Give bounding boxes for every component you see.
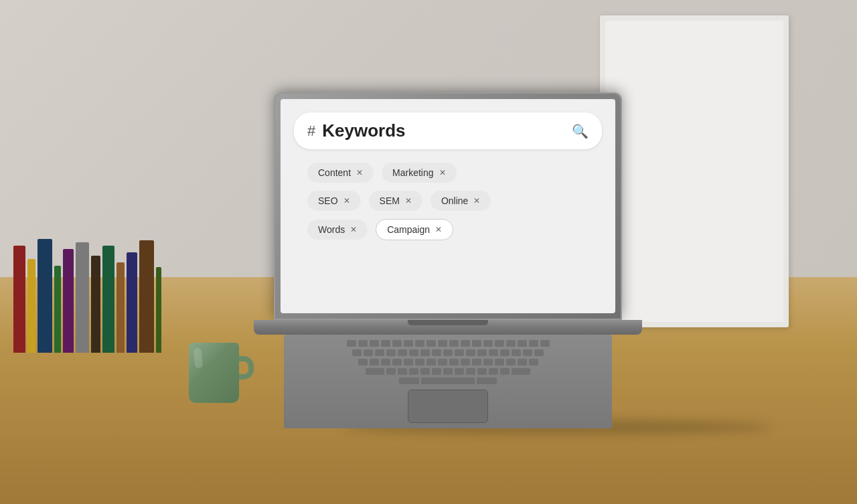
- tags-row-3: Words ✕ Campaign ✕: [307, 219, 602, 240]
- key: [529, 340, 538, 347]
- book: [156, 267, 161, 353]
- tag-online[interactable]: Online ✕: [431, 191, 491, 211]
- key: [398, 368, 407, 375]
- keyboard-row-2: [352, 349, 544, 356]
- key: [483, 340, 493, 347]
- tag-online-label: Online: [441, 195, 468, 206]
- tag-content-remove[interactable]: ✕: [356, 168, 363, 177]
- key: [483, 359, 493, 365]
- tag-content[interactable]: Content ✕: [307, 163, 374, 183]
- book: [54, 266, 61, 353]
- tag-online-remove[interactable]: ✕: [473, 196, 480, 205]
- book: [27, 259, 35, 353]
- key: [432, 368, 441, 375]
- laptop: # Keywords 🔍 Content ✕ Marketing ✕: [254, 92, 642, 428]
- key: [489, 349, 498, 356]
- key: [358, 359, 368, 365]
- mug-shine: [193, 348, 203, 369]
- book: [102, 246, 114, 353]
- tag-marketing[interactable]: Marketing ✕: [382, 163, 456, 183]
- key: [398, 349, 407, 356]
- tag-words-label: Words: [318, 224, 345, 235]
- key: [449, 359, 459, 365]
- tag-seo[interactable]: SEO ✕: [307, 191, 361, 211]
- key: [500, 368, 510, 375]
- tag-campaign-remove[interactable]: ✕: [435, 225, 442, 234]
- key: [404, 340, 413, 347]
- key: [438, 340, 447, 347]
- key: [381, 359, 390, 365]
- key: [443, 368, 453, 375]
- key: [426, 340, 436, 347]
- key: [415, 340, 424, 347]
- key: [347, 340, 356, 347]
- tag-marketing-label: Marketing: [392, 167, 433, 178]
- key: [409, 368, 418, 375]
- key: [518, 340, 527, 347]
- tag-seo-remove[interactable]: ✕: [343, 196, 350, 205]
- tag-sem-remove[interactable]: ✕: [405, 196, 412, 205]
- laptop-base: [254, 320, 642, 335]
- key: [540, 340, 550, 347]
- key: [477, 368, 487, 375]
- key: [512, 368, 530, 375]
- key: [466, 349, 475, 356]
- tag-seo-label: SEO: [318, 195, 338, 206]
- key: [477, 349, 487, 356]
- tag-sem-label: SEM: [380, 195, 400, 206]
- keyboard-row-5: [399, 377, 497, 384]
- tag-content-label: Content: [318, 167, 351, 178]
- book: [63, 249, 74, 353]
- key: [415, 359, 424, 365]
- key: [472, 359, 481, 365]
- key: [420, 368, 430, 375]
- key: [472, 340, 481, 347]
- key: [512, 349, 521, 356]
- tag-words-remove[interactable]: ✕: [350, 225, 357, 234]
- key: [364, 349, 373, 356]
- keyboard-row-1: [347, 340, 550, 347]
- trackpad[interactable]: [408, 390, 488, 423]
- key: [455, 368, 464, 375]
- key: [386, 349, 396, 356]
- keywords-label: Keywords: [322, 120, 565, 141]
- book: [37, 239, 52, 353]
- key: [449, 340, 459, 347]
- tag-campaign-label: Campaign: [387, 224, 430, 235]
- search-icon[interactable]: 🔍: [572, 123, 589, 139]
- laptop-keyboard: [284, 335, 612, 428]
- tag-words[interactable]: Words ✕: [307, 220, 368, 240]
- tag-marketing-remove[interactable]: ✕: [439, 168, 446, 177]
- key: [370, 359, 379, 365]
- search-bar[interactable]: # Keywords 🔍: [294, 112, 602, 149]
- key: [375, 349, 384, 356]
- key-space: [421, 377, 475, 384]
- key: [461, 340, 470, 347]
- key: [426, 359, 436, 365]
- keyboard-row-4: [366, 368, 530, 375]
- key: [518, 359, 527, 365]
- key: [432, 349, 441, 356]
- book: [139, 240, 154, 353]
- key: [523, 349, 532, 356]
- key: [529, 359, 538, 365]
- tags-row-1: Content ✕ Marketing ✕: [307, 163, 602, 183]
- key: [386, 368, 396, 375]
- book: [116, 262, 125, 353]
- key: [392, 359, 402, 365]
- book: [76, 242, 89, 353]
- book: [13, 246, 25, 353]
- tags-area: Content ✕ Marketing ✕ SEO ✕: [294, 163, 602, 240]
- key: [381, 340, 390, 347]
- key: [506, 359, 516, 365]
- key: [477, 377, 497, 384]
- tag-sem[interactable]: SEM ✕: [369, 191, 422, 211]
- key: [495, 359, 504, 365]
- key: [399, 377, 419, 384]
- laptop-screen: # Keywords 🔍 Content ✕ Marketing ✕: [281, 99, 615, 313]
- key: [409, 349, 418, 356]
- tags-row-2: SEO ✕ SEM ✕ Online ✕: [307, 191, 602, 211]
- tag-campaign[interactable]: Campaign ✕: [376, 219, 453, 240]
- key: [466, 368, 475, 375]
- key: [443, 349, 453, 356]
